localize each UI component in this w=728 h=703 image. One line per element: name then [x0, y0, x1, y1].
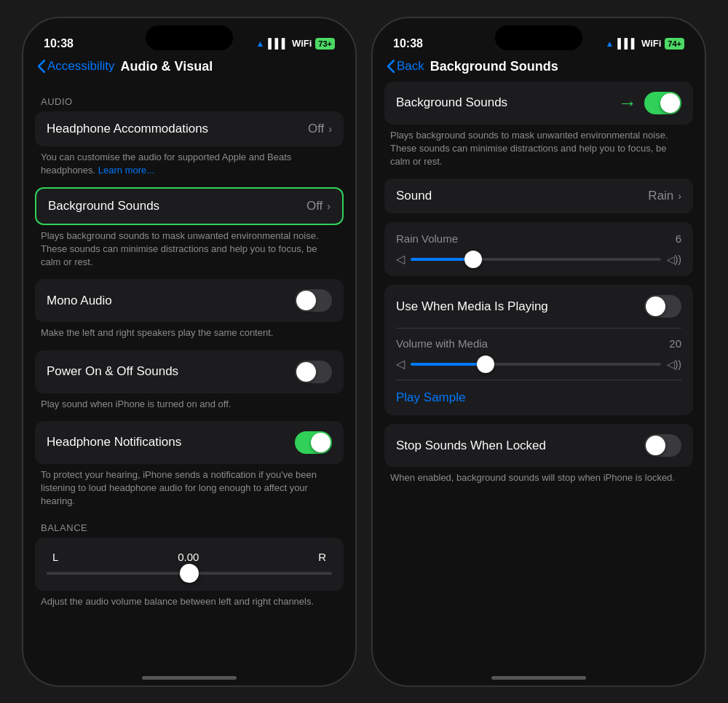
battery-1: 73+	[315, 38, 335, 50]
headphone-acc-label: Headphone Accommodations	[47, 122, 208, 136]
mono-audio-row[interactable]: Mono Audio	[35, 279, 344, 322]
learn-more-link[interactable]: Learn more...	[98, 165, 154, 176]
content-1: AUDIO Headphone Accommodations Off › You…	[23, 82, 355, 670]
status-time-2: 10:38	[393, 37, 423, 50]
stop-sounds-toggle[interactable]	[644, 434, 681, 457]
rain-volume-value: 6	[676, 232, 681, 245]
balance-section-label: BALANCE	[41, 522, 338, 533]
signal-icon: ▌▌▌	[268, 38, 288, 49]
balance-value: 0.00	[178, 551, 199, 563]
balance-slider-container: L 0.00 R	[35, 538, 344, 591]
mono-audio-desc: Make the left and right speakers play th…	[41, 326, 338, 339]
speaker-high-icon: ◁))	[667, 254, 681, 265]
green-arrow-icon: →	[618, 92, 637, 114]
headphone-notif-toggle[interactable]	[295, 431, 332, 454]
bg-sounds-main-toggle[interactable]	[644, 92, 681, 114]
power-sounds-label: Power On & Off Sounds	[47, 364, 178, 379]
play-sample-button[interactable]: Play Sample	[384, 380, 693, 415]
toggle-knob-stop	[646, 436, 665, 455]
headphone-notif-label: Headphone Notifications	[47, 435, 181, 449]
signal-icon-2: ▌▌▌	[617, 38, 638, 49]
balance-slider[interactable]	[47, 572, 332, 575]
power-sounds-row[interactable]: Power On & Off Sounds	[35, 350, 344, 393]
nav-bar-2: Back Background Sounds	[373, 55, 705, 82]
section-audio-label: AUDIO	[41, 96, 338, 107]
chevron-icon: ›	[328, 123, 332, 135]
volume-with-media-label: Volume with Media	[396, 337, 488, 350]
volume-media-slider[interactable]	[411, 363, 661, 366]
headphone-acc-desc: You can customise the audio for supporte…	[41, 151, 338, 177]
balance-desc: Adjust the audio volume balance between …	[41, 595, 338, 608]
back-button-2[interactable]: Back	[387, 59, 424, 74]
volume-with-media-value: 20	[669, 337, 681, 350]
wifi-icon-2: WiFi	[641, 38, 661, 49]
toggle-knob-2	[296, 362, 316, 382]
wifi-icon: WiFi	[292, 38, 312, 49]
sound-value: Rain	[648, 189, 673, 203]
use-when-media-toggle[interactable]	[644, 295, 681, 318]
home-indicator-1	[142, 676, 237, 680]
content-2: Background Sounds → Plays background sou…	[373, 82, 705, 670]
bg-sounds-main-label: Background Sounds	[396, 95, 507, 110]
rain-volume-block: Rain Volume 6 ◁ ◁))	[384, 222, 693, 276]
balance-right-label: R	[318, 551, 326, 563]
use-when-media-row[interactable]: Use When Media Is Playing	[384, 285, 693, 328]
toggle-knob-3	[311, 433, 331, 452]
nav-bar-1: Accessibility Audio & Visual	[23, 55, 355, 82]
speaker-high-icon-2: ◁))	[667, 358, 681, 370]
stop-sounds-label: Stop Sounds When Locked	[396, 439, 546, 453]
toggle-knob-main	[660, 93, 680, 113]
sound-label: Sound	[396, 189, 432, 203]
toggle-knob	[296, 291, 316, 310]
battery-2: 74+	[665, 38, 684, 50]
stop-sounds-row[interactable]: Stop Sounds When Locked	[384, 424, 693, 467]
speaker-low-icon-2: ◁	[396, 357, 405, 371]
headphone-notif-row[interactable]: Headphone Notifications	[35, 421, 344, 464]
headphone-accommodations-row[interactable]: Headphone Accommodations Off ›	[35, 111, 344, 146]
location-icon-2: ▲	[605, 39, 614, 49]
bg-sounds-desc: Plays background sounds to mask unwanted…	[41, 229, 338, 270]
stop-sounds-desc: When enabled, background sounds will sto…	[390, 471, 687, 484]
bg-sounds-label: Background Sounds	[48, 199, 159, 213]
use-when-media-label: Use When Media Is Playing	[396, 299, 548, 314]
bg-sounds-value: Off	[306, 199, 323, 213]
status-bar-2: 10:38 ▲ ▌▌▌ WiFi 74+	[373, 27, 705, 55]
headphone-acc-value: Off	[308, 122, 324, 136]
balance-left-label: L	[52, 551, 58, 563]
volume-with-media-block: Volume with Media 20 ◁ ◁))	[384, 329, 693, 380]
back-button-1[interactable]: Accessibility	[38, 59, 115, 74]
status-time-1: 10:38	[44, 37, 74, 50]
bg-sounds-main-desc: Plays background sounds to mask unwanted…	[390, 129, 687, 169]
mono-audio-label: Mono Audio	[47, 294, 112, 308]
location-icon: ▲	[256, 39, 264, 49]
bg-sounds-main-row[interactable]: Background Sounds →	[384, 82, 693, 125]
mono-audio-toggle[interactable]	[295, 289, 332, 312]
status-bar-1: 10:38 ▲ ▌▌▌ WiFi 73+	[23, 27, 355, 55]
power-sounds-toggle[interactable]	[295, 361, 332, 383]
speaker-low-icon: ◁	[396, 252, 405, 266]
bg-sounds-chevron-icon: ›	[327, 200, 331, 212]
toggle-knob-media	[646, 296, 665, 316]
background-sounds-row[interactable]: Background Sounds Off ›	[35, 187, 344, 225]
sound-chevron-icon: ›	[678, 190, 681, 202]
rain-volume-label: Rain Volume	[396, 232, 458, 245]
phone-1: 10:38 ▲ ▌▌▌ WiFi 73+ Accessibility	[22, 17, 357, 687]
power-sounds-desc: Play sound when iPhone is turned on and …	[41, 398, 338, 411]
media-block: Use When Media Is Playing Volume with Me…	[384, 285, 693, 415]
headphone-notif-desc: To protect your hearing, iPhone sends a …	[41, 468, 338, 508]
page-title-2: Background Sounds	[430, 59, 558, 74]
home-indicator-2	[491, 676, 586, 680]
page-title-1: Audio & Visual	[121, 59, 213, 74]
sound-row[interactable]: Sound Rain ›	[384, 178, 693, 213]
phone-2: 10:38 ▲ ▌▌▌ WiFi 74+ Back	[371, 17, 706, 687]
rain-volume-slider[interactable]	[411, 258, 661, 261]
